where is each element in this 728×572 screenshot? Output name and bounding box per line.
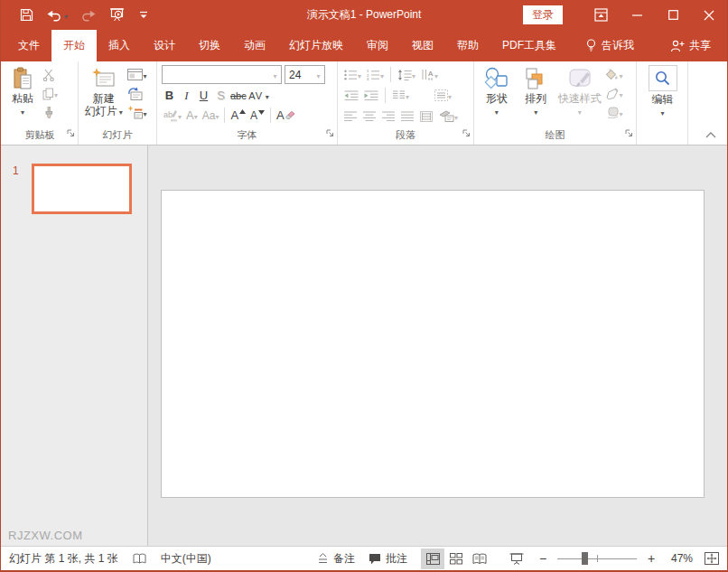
shape-outline-button[interactable] (603, 84, 634, 103)
zoom-in-button[interactable]: + (645, 551, 658, 566)
bullets-dropdown[interactable] (358, 69, 361, 81)
format-painter-button[interactable] (41, 103, 75, 122)
font-size-dropdown[interactable] (313, 69, 324, 81)
columns-dropdown[interactable] (406, 89, 409, 102)
arrange-button[interactable]: 排列 (517, 64, 556, 127)
font-color-dropdown[interactable] (194, 109, 198, 122)
collapse-ribbon-button[interactable] (705, 132, 716, 138)
clear-formatting-button[interactable]: A (275, 106, 296, 125)
underline-button[interactable]: U (196, 87, 211, 105)
decrease-indent-button[interactable] (342, 86, 360, 105)
text-highlight-dropdown[interactable] (178, 109, 182, 122)
font-name-combobox[interactable] (162, 65, 282, 84)
columns-button[interactable] (390, 86, 411, 105)
shape-fill-dropdown[interactable] (619, 69, 622, 81)
zoom-slider[interactable] (557, 549, 637, 567)
drawing-dialog-launcher[interactable] (625, 129, 633, 137)
tab-insert[interactable]: 插入 (97, 30, 142, 61)
change-case-dropdown[interactable] (215, 109, 219, 122)
align-left-button[interactable] (342, 107, 359, 126)
redo-button[interactable] (81, 9, 96, 22)
tab-home[interactable]: 开始 (51, 30, 97, 61)
character-spacing-button[interactable]: AV (248, 87, 264, 105)
cut-button[interactable] (41, 65, 75, 84)
zoom-out-button[interactable]: − (537, 551, 549, 566)
notes-button[interactable]: 备注 (317, 551, 355, 567)
font-size-combobox[interactable]: 24 (285, 65, 325, 84)
language-button[interactable]: 中文(中国) (161, 551, 211, 567)
section-dropdown[interactable] (143, 107, 146, 119)
text-direction-button[interactable]: A (419, 65, 440, 84)
minimize-button[interactable] (619, 0, 655, 30)
paragraph-dialog-launcher[interactable] (462, 129, 471, 137)
line-spacing-button[interactable] (396, 65, 417, 84)
font-name-dropdown[interactable] (269, 69, 281, 81)
slide-layout-button[interactable] (126, 65, 154, 84)
close-button[interactable] (691, 0, 727, 30)
shapes-dropdown[interactable] (495, 105, 499, 117)
normal-view-button[interactable] (421, 549, 444, 569)
justify-button[interactable] (399, 107, 415, 126)
text-highlight-button[interactable]: ab (162, 106, 183, 125)
character-spacing-dropdown[interactable] (266, 89, 269, 102)
shapes-button[interactable]: 形状 (477, 64, 517, 127)
text-shadow-button[interactable]: S (213, 87, 229, 105)
fit-slide-to-window-button[interactable] (705, 552, 719, 565)
slideshow-view-button[interactable] (505, 549, 528, 569)
line-spacing-dropdown[interactable] (412, 69, 415, 81)
clipboard-dialog-launcher[interactable] (67, 129, 75, 137)
shape-effects-dropdown[interactable] (619, 107, 622, 119)
shape-outline-dropdown[interactable] (619, 88, 622, 100)
numbering-dropdown[interactable] (380, 69, 384, 81)
customize-qat-button[interactable] (139, 11, 148, 19)
start-slideshow-button[interactable] (109, 8, 126, 23)
save-button[interactable] (20, 8, 33, 22)
zoom-percentage[interactable]: 47% (666, 552, 693, 565)
numbering-button[interactable]: 123 (365, 65, 386, 84)
tab-slideshow[interactable]: 幻灯片放映 (277, 30, 355, 61)
quick-styles-dropdown[interactable] (578, 105, 582, 117)
tab-animations[interactable]: 动画 (232, 30, 277, 61)
convert-to-smartart-button[interactable] (437, 107, 460, 126)
paste-dropdown[interactable] (21, 105, 24, 117)
increase-font-size-button[interactable]: A (229, 106, 247, 125)
slide-sorter-view-button[interactable] (444, 549, 468, 569)
align-right-button[interactable] (380, 107, 397, 126)
new-slide-dropdown[interactable] (119, 105, 123, 117)
login-button[interactable]: 登录 (523, 5, 563, 24)
new-slide-button[interactable]: 新建 幻灯片 (81, 64, 126, 127)
copy-button[interactable] (41, 84, 75, 103)
zoom-slider-handle[interactable] (582, 552, 588, 565)
slide-thumbnail[interactable] (32, 164, 132, 214)
tab-view[interactable]: 视图 (400, 30, 445, 61)
section-button[interactable] (126, 103, 154, 122)
undo-dropdown[interactable] (64, 9, 68, 22)
tab-transitions[interactable]: 切换 (187, 30, 232, 61)
maximize-button[interactable] (655, 0, 691, 30)
quick-styles-button[interactable]: 快速样式 (555, 64, 603, 127)
italic-button[interactable]: I (179, 87, 194, 105)
tab-share[interactable]: 共享 (658, 30, 723, 61)
align-text-button[interactable] (433, 86, 453, 105)
smartart-dropdown[interactable] (454, 110, 458, 123)
tab-design[interactable]: 设计 (142, 30, 187, 61)
tab-help[interactable]: 帮助 (445, 30, 490, 61)
decrease-font-size-button[interactable]: A (248, 106, 266, 125)
tab-tell-me[interactable]: 告诉我 (574, 30, 646, 61)
bullets-button[interactable] (342, 65, 363, 84)
accessibility-check-button[interactable] (133, 553, 146, 565)
ribbon-display-options-button[interactable] (583, 0, 619, 30)
copy-dropdown[interactable] (54, 88, 58, 100)
reading-view-button[interactable] (468, 549, 491, 569)
align-text-dropdown[interactable] (448, 89, 452, 102)
tab-pdf-tools[interactable]: PDF工具集 (490, 30, 568, 61)
paste-button[interactable]: 粘贴 (5, 64, 41, 127)
arrange-dropdown[interactable] (534, 105, 537, 117)
comments-button[interactable]: 批注 (369, 551, 407, 567)
strikethrough-button[interactable]: abc (230, 87, 247, 105)
shape-fill-button[interactable] (603, 65, 634, 84)
slide-counter[interactable]: 幻灯片 第 1 张, 共 1 张 (9, 551, 118, 567)
undo-button[interactable] (47, 9, 68, 22)
tab-review[interactable]: 审阅 (355, 30, 400, 61)
increase-indent-button[interactable] (362, 86, 380, 105)
